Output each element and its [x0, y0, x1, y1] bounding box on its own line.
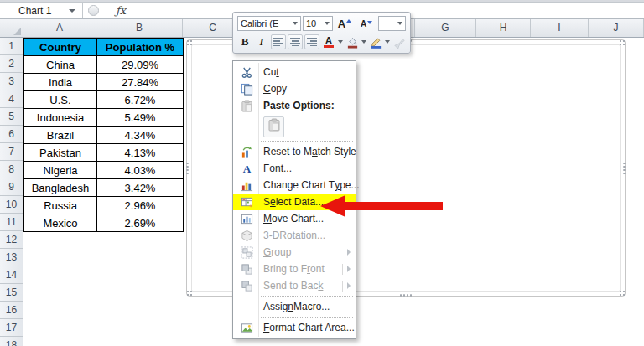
chart-type-icon: [236, 179, 257, 192]
borders-dropdown-icon[interactable]: [385, 40, 390, 44]
align-center-button[interactable]: [288, 34, 303, 49]
table-cell[interactable]: 29.09%: [97, 56, 184, 74]
row-header-8[interactable]: 8: [0, 161, 23, 178]
table-cell[interactable]: Bangladesh: [24, 179, 97, 197]
table-header-country[interactable]: Country: [24, 39, 97, 56]
table-cell[interactable]: 27.84%: [97, 74, 184, 91]
table-cell[interactable]: Pakistan: [24, 144, 97, 162]
table-cell[interactable]: Russia: [24, 197, 97, 214]
select-all-corner[interactable]: [0, 19, 23, 37]
scissors-icon: [236, 66, 257, 79]
resize-handle-bottom-left[interactable]: [186, 290, 193, 297]
menu-item-copy[interactable]: Copy: [233, 80, 356, 97]
row-header-14[interactable]: 14: [0, 266, 23, 284]
table-cell[interactable]: Nigeria: [24, 162, 97, 179]
menu-item-assign-macro[interactable]: Assign Macro...: [233, 298, 356, 315]
shrink-font-button[interactable]: A: [356, 16, 377, 31]
name-box[interactable]: Chart 1: [0, 3, 83, 18]
column-header-a[interactable]: A: [23, 19, 96, 37]
table-cell[interactable]: China: [24, 56, 97, 74]
menu-item-label: Send to Back: [263, 280, 323, 292]
align-left-button[interactable]: [271, 34, 286, 49]
grow-font-button[interactable]: A: [335, 16, 355, 31]
menu-item-change-chart-type[interactable]: Change Chart Type...: [233, 177, 356, 194]
fill-color-dropdown-icon[interactable]: [361, 40, 366, 44]
column-header-h[interactable]: H: [476, 19, 531, 37]
row-header-16[interactable]: 16: [0, 302, 23, 319]
format-painter-button[interactable]: [392, 34, 407, 49]
table-cell[interactable]: India: [24, 74, 97, 91]
menu-item-reset-to-match-style[interactable]: Reset to Match Style: [233, 143, 356, 160]
grow-font-icon: A: [338, 18, 345, 30]
resize-handle-top-right[interactable]: [619, 39, 626, 46]
menu-item-bring-to-front: Bring to Front: [233, 261, 356, 277]
row-header-7[interactable]: 7: [0, 143, 23, 161]
row-header-17[interactable]: 17: [0, 319, 23, 337]
resize-handle-left[interactable]: [186, 162, 189, 175]
table-cell[interactable]: Indonesia: [24, 109, 97, 127]
table-cell[interactable]: 4.03%: [97, 162, 184, 179]
table-cell[interactable]: 5.49%: [97, 109, 184, 127]
bold-button[interactable]: B: [237, 34, 252, 49]
row-header-9[interactable]: 9: [0, 178, 23, 196]
menu-item-format-chart-area[interactable]: Format Chart Area...: [233, 319, 356, 336]
menu-item-label: Assign Macro...: [263, 301, 330, 312]
menu-item-cut[interactable]: Cut: [233, 64, 356, 80]
table-cell[interactable]: 2.69%: [97, 214, 184, 232]
resize-handle-bottom[interactable]: [399, 294, 413, 297]
font-name-select[interactable]: Calibri (E: [237, 16, 301, 31]
reset-style-icon: [236, 146, 257, 158]
borders-button[interactable]: [368, 34, 383, 49]
table-cell[interactable]: Brazil: [24, 127, 97, 144]
row-header-13[interactable]: 13: [0, 249, 23, 266]
row-header-3[interactable]: 3: [0, 73, 23, 90]
table-cell[interactable]: Mexico: [24, 214, 97, 232]
table-row: Bangladesh3.42%: [24, 179, 184, 197]
row-header-1[interactable]: 1: [0, 38, 23, 55]
formula-bar-circle-button[interactable]: [88, 5, 99, 16]
table-cell[interactable]: U.S.: [24, 91, 97, 109]
menu-item-label: Change Chart Type...: [263, 179, 360, 191]
resize-handle-top-left[interactable]: [186, 39, 193, 46]
resize-handle-right[interactable]: [623, 162, 626, 175]
row-header-18[interactable]: 18: [0, 337, 23, 346]
column-header-g[interactable]: G: [415, 19, 476, 37]
row-header-2[interactable]: 2: [0, 55, 23, 73]
font-color-dropdown-icon[interactable]: [338, 40, 343, 44]
table-row: Brazil4.34%: [24, 127, 184, 144]
row-header-4[interactable]: 4: [0, 90, 23, 108]
menu-item-font[interactable]: AFont...: [233, 160, 356, 177]
menu-item-paste-options: Paste Options:: [233, 97, 356, 114]
row-header-10[interactable]: 10: [0, 196, 23, 214]
align-right-button[interactable]: [304, 34, 319, 49]
row-header-6[interactable]: 6: [0, 126, 23, 143]
italic-button[interactable]: I: [254, 34, 269, 49]
submenu-arrow-icon: [347, 282, 351, 289]
font-color-icon: A: [324, 36, 334, 48]
table-cell[interactable]: 3.42%: [97, 179, 184, 197]
table-cell[interactable]: 4.13%: [97, 144, 184, 162]
shrink-font-icon: A: [361, 19, 366, 28]
data-table: CountryPopulation % China29.09%India27.8…: [23, 38, 184, 232]
name-box-dropdown-icon[interactable]: [69, 9, 75, 13]
row-header-11[interactable]: 11: [0, 214, 23, 231]
row-header-12[interactable]: 12: [0, 231, 23, 249]
table-cell[interactable]: 6.72%: [97, 91, 184, 109]
font-size-select[interactable]: 10: [303, 16, 333, 31]
row-header-5[interactable]: 5: [0, 108, 23, 126]
style-gallery-select[interactable]: [378, 16, 406, 31]
row-headers: 123456789101112131415161718: [0, 38, 23, 346]
fill-color-button[interactable]: [345, 34, 360, 49]
resize-handle-bottom-right[interactable]: [619, 290, 626, 297]
table-row: China29.09%: [24, 56, 184, 74]
column-header-j[interactable]: J: [589, 19, 644, 37]
table-header-population[interactable]: Population %: [97, 39, 184, 56]
font-color-button[interactable]: A: [321, 34, 336, 49]
font-size-value: 10: [306, 18, 316, 28]
table-cell[interactable]: 4.34%: [97, 127, 184, 144]
row-header-15[interactable]: 15: [0, 284, 23, 302]
insert-function-button[interactable]: ƒx: [112, 3, 130, 18]
column-header-i[interactable]: I: [531, 19, 589, 37]
table-cell[interactable]: 2.96%: [97, 197, 184, 214]
column-header-b[interactable]: B: [96, 19, 183, 37]
